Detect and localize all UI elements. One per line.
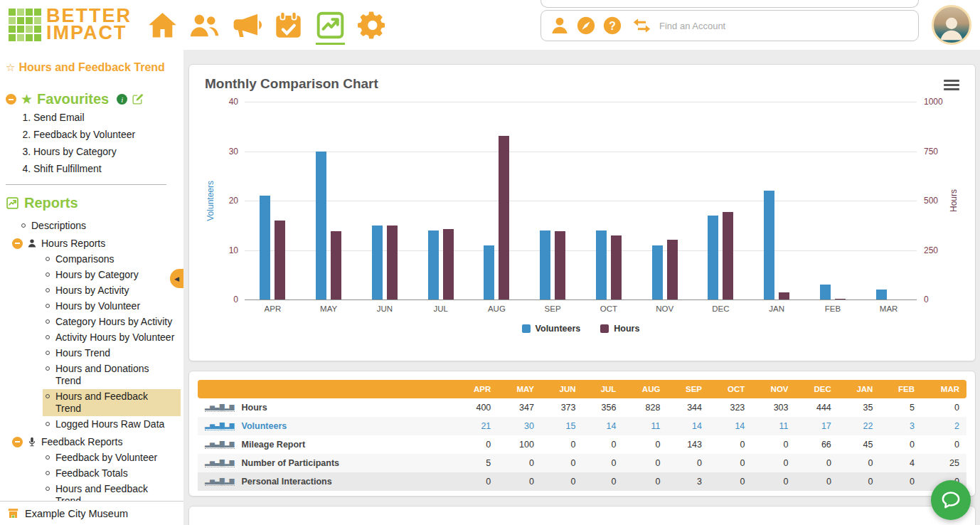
bar-volunteers-may[interactable] [316, 152, 326, 300]
cell-volunteers-jan[interactable]: 22 [838, 417, 880, 435]
favourite-item-send-email[interactable]: Send Email [33, 112, 183, 123]
find-account-input[interactable] [659, 21, 910, 31]
favourite-item-feedback-by-volunteer[interactable]: Feedback by Volunteer [33, 129, 183, 140]
table-body: ▂▅▃▇▂▆Hours40034737335682834432330344435… [198, 398, 966, 491]
bar-hours-apr[interactable] [275, 221, 285, 299]
reports-title: Reports [24, 195, 78, 211]
axis-tick-750: 750 [924, 147, 938, 157]
cell-volunteers-nov[interactable]: 11 [752, 417, 795, 435]
bar-volunteers-mar[interactable] [876, 290, 887, 299]
bullet-icon [46, 272, 50, 277]
report-group-hours-reports[interactable]: Hours Reports [0, 235, 183, 252]
nav-calendar-icon[interactable] [273, 10, 304, 41]
legend-item-volunteers[interactable]: Volunteers [522, 324, 581, 334]
cell-volunteers-may[interactable]: 30 [498, 417, 541, 435]
bar-volunteers-sep[interactable] [540, 230, 550, 299]
cell-volunteers-aug[interactable]: 11 [623, 417, 667, 435]
nav-home-icon[interactable] [147, 10, 178, 41]
sidebar-item-hours-by-activity[interactable]: Hours by Activity [43, 283, 134, 298]
compass-icon[interactable] [576, 16, 596, 36]
sidebar-item-activity-hours-by-volunteer[interactable]: Activity Hours by Volunteer [43, 330, 180, 345]
person-icon[interactable] [550, 16, 570, 36]
sidebar-item-hours-trend[interactable]: Hours Trend [43, 346, 116, 361]
report-group-feedback-reports[interactable]: Feedback Reports [0, 433, 183, 450]
avatar[interactable] [932, 5, 971, 45]
monthly-comparison-table: APRMAYJUNJULAUGSEPOCTNOVDECJANFEBMAR ▂▅▃… [198, 380, 966, 491]
sidebar-item-category-hours-by-activity[interactable]: Category Hours by Activity [43, 314, 178, 329]
nav-megaphone-icon[interactable] [231, 10, 262, 41]
bar-hours-may[interactable] [331, 231, 341, 299]
row-label[interactable]: Volunteers [242, 421, 287, 431]
legend-item-hours[interactable]: Hours [600, 324, 639, 334]
bar-volunteers-jul[interactable] [428, 230, 439, 299]
bar-volunteers-aug[interactable] [484, 245, 494, 299]
cell-volunteers-feb[interactable]: 3 [880, 417, 922, 435]
cell-volunteers-mar[interactable]: 2 [922, 417, 966, 435]
cell-volunteers-jun[interactable]: 15 [541, 417, 583, 435]
chart-menu-button[interactable] [944, 80, 959, 90]
cell-mileage-report-mar: 0 [922, 435, 966, 454]
nav-chart-icon[interactable] [315, 10, 346, 41]
star-outline-icon[interactable]: ☆ [6, 61, 15, 74]
bar-volunteers-dec[interactable] [708, 216, 718, 299]
collapse-toggle[interactable] [12, 437, 23, 447]
sidebar-item-hours-by-volunteer[interactable]: Hours by Volunteer [43, 299, 146, 314]
bar-volunteers-nov[interactable] [652, 245, 663, 299]
bar-hours-nov[interactable] [667, 240, 678, 299]
bar-hours-sep[interactable] [555, 231, 565, 299]
cell-volunteers-jul[interactable]: 14 [583, 417, 624, 435]
axis-tick-30: 30 [229, 147, 238, 157]
edit-icon[interactable] [132, 93, 144, 105]
organization-footer[interactable]: Example City Museum [0, 501, 183, 525]
cell-volunteers-apr[interactable]: 21 [455, 417, 498, 435]
bar-hours-dec[interactable] [723, 212, 733, 299]
x-label-may: MAY [301, 304, 357, 313]
switch-icon[interactable] [631, 16, 653, 36]
sidebar-item-hours-and-donations-trend[interactable]: Hours and Donations Trend [43, 361, 181, 388]
bar-volunteers-jan[interactable] [764, 191, 774, 299]
axis-tick-1000: 1000 [924, 97, 943, 107]
cell-volunteers-sep[interactable]: 14 [667, 417, 709, 435]
bar-volunteers-feb[interactable] [820, 285, 831, 299]
cell-volunteers-oct[interactable]: 14 [709, 417, 752, 435]
axis-tick-0: 0 [924, 295, 929, 304]
help-icon[interactable]: ? [602, 16, 622, 36]
bar-hours-oct[interactable] [611, 235, 622, 299]
collapse-favourites-toggle[interactable] [6, 94, 16, 105]
sidebar-item-comparisons[interactable]: Comparisons [43, 252, 119, 267]
cell-volunteers-dec[interactable]: 17 [796, 417, 838, 435]
bullet-icon [46, 455, 50, 460]
info-icon[interactable]: i [117, 94, 127, 105]
x-label-jan: JAN [749, 304, 805, 313]
bar-hours-jan[interactable] [779, 292, 789, 299]
page-layout: ☆ Hours and Feedback Trend ★ Favourites … [0, 50, 980, 525]
collapse-toggle[interactable] [12, 238, 23, 249]
month-group-sep [525, 102, 581, 299]
group-label: Hours Reports [41, 238, 105, 249]
bar-volunteers-jun[interactable] [372, 226, 383, 299]
bar-hours-jun[interactable] [387, 226, 398, 299]
better-impact-logo[interactable]: BETTER IMPACT [9, 8, 132, 42]
month-group-aug [469, 102, 525, 299]
favourite-item-hours-by-category[interactable]: Hours by Category [33, 146, 183, 157]
bar-volunteers-apr[interactable] [260, 196, 270, 299]
bar-hours-feb[interactable] [835, 299, 846, 299]
sidebar-item-hours-and-feedback-trend[interactable]: Hours and Feedback Trend [43, 389, 181, 416]
bar-hours-jul[interactable] [443, 229, 454, 299]
sidebar-item-hours-by-category[interactable]: Hours by Category [43, 267, 144, 282]
chat-button[interactable] [931, 480, 971, 520]
month-group-mar [861, 102, 917, 299]
sidebar-item-feedback-totals[interactable]: Feedback Totals [43, 466, 134, 481]
nav-gear-icon[interactable] [357, 10, 388, 41]
nav-people-icon[interactable] [189, 10, 220, 41]
sidebar-item-feedback-by-volunteer[interactable]: Feedback by Volunteer [43, 450, 163, 465]
sidebar-item-logged-hours-raw-data[interactable]: Logged Hours Raw Data [43, 417, 170, 432]
favourite-item-shift-fulfillment[interactable]: Shift Fulfillment [33, 163, 183, 174]
bar-volunteers-oct[interactable] [596, 230, 607, 299]
svg-text:?: ? [609, 20, 616, 32]
bullet-icon [46, 319, 50, 324]
sidebar-item-descriptions[interactable]: Descriptions [18, 218, 92, 233]
legend-swatch-icon [600, 324, 609, 333]
bar-hours-aug[interactable] [499, 136, 509, 299]
search-icons: ? [550, 16, 653, 36]
